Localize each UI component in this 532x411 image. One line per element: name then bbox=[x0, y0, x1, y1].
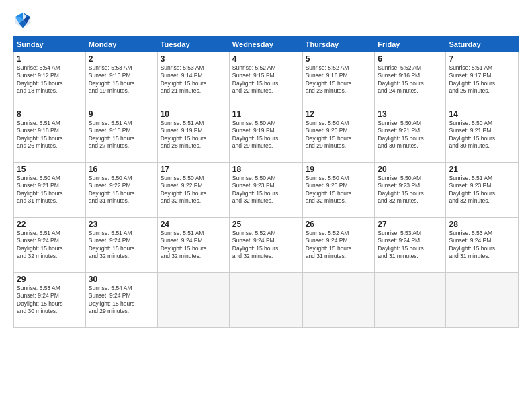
day-info: Sunrise: 5:53 AMSunset: 9:13 PMDaylight:… bbox=[89, 64, 154, 95]
calendar-cell bbox=[229, 273, 302, 328]
day-number: 21 bbox=[449, 165, 515, 174]
day-number: 25 bbox=[232, 220, 300, 229]
day-number: 2 bbox=[89, 54, 154, 64]
calendar-week-row: 1Sunrise: 5:54 AMSunset: 9:12 PMDaylight… bbox=[14, 52, 519, 107]
day-info: Sunrise: 5:51 AMSunset: 9:19 PMDaylight:… bbox=[161, 120, 226, 150]
calendar-week-row: 15Sunrise: 5:50 AMSunset: 9:21 PMDayligh… bbox=[14, 163, 519, 218]
calendar-cell: 28Sunrise: 5:53 AMSunset: 9:24 PMDayligh… bbox=[446, 218, 519, 273]
col-wednesday: Wednesday bbox=[229, 37, 302, 52]
calendar-cell: 24Sunrise: 5:51 AMSunset: 9:24 PMDayligh… bbox=[157, 218, 229, 273]
day-number: 8 bbox=[17, 109, 83, 119]
day-info: Sunrise: 5:54 AMSunset: 9:12 PMDaylight:… bbox=[17, 64, 83, 95]
calendar-week-row: 29Sunrise: 5:53 AMSunset: 9:24 PMDayligh… bbox=[14, 273, 519, 328]
calendar-cell bbox=[375, 273, 446, 328]
day-info: Sunrise: 5:50 AMSunset: 9:23 PMDaylight:… bbox=[306, 175, 372, 205]
calendar-cell: 22Sunrise: 5:51 AMSunset: 9:24 PMDayligh… bbox=[14, 218, 86, 273]
page: Sunday Monday Tuesday Wednesday Thursday… bbox=[0, 0, 532, 411]
calendar-cell: 8Sunrise: 5:51 AMSunset: 9:18 PMDaylight… bbox=[14, 107, 86, 163]
calendar-cell: 27Sunrise: 5:53 AMSunset: 9:24 PMDayligh… bbox=[375, 218, 446, 273]
calendar-cell: 11Sunrise: 5:50 AMSunset: 9:19 PMDayligh… bbox=[229, 107, 302, 163]
calendar-cell: 30Sunrise: 5:54 AMSunset: 9:24 PMDayligh… bbox=[85, 273, 157, 328]
day-number: 20 bbox=[378, 165, 443, 174]
day-info: Sunrise: 5:50 AMSunset: 9:21 PMDaylight:… bbox=[449, 120, 515, 150]
day-number: 30 bbox=[89, 275, 154, 284]
calendar-cell: 29Sunrise: 5:53 AMSunset: 9:24 PMDayligh… bbox=[14, 273, 86, 328]
calendar-cell: 1Sunrise: 5:54 AMSunset: 9:12 PMDaylight… bbox=[14, 52, 86, 107]
day-number: 27 bbox=[378, 220, 443, 229]
calendar-cell: 13Sunrise: 5:50 AMSunset: 9:21 PMDayligh… bbox=[375, 107, 446, 163]
calendar-cell: 21Sunrise: 5:51 AMSunset: 9:23 PMDayligh… bbox=[446, 163, 519, 218]
day-number: 6 bbox=[378, 54, 443, 64]
day-number: 22 bbox=[17, 220, 83, 229]
calendar-cell: 23Sunrise: 5:51 AMSunset: 9:24 PMDayligh… bbox=[85, 218, 157, 273]
day-info: Sunrise: 5:51 AMSunset: 9:24 PMDaylight:… bbox=[89, 230, 154, 261]
calendar-cell: 9Sunrise: 5:51 AMSunset: 9:18 PMDaylight… bbox=[85, 107, 157, 163]
day-number: 10 bbox=[161, 109, 226, 119]
day-info: Sunrise: 5:51 AMSunset: 9:18 PMDaylight:… bbox=[17, 120, 83, 150]
day-number: 28 bbox=[449, 220, 515, 229]
day-info: Sunrise: 5:50 AMSunset: 9:19 PMDaylight:… bbox=[232, 120, 300, 150]
day-info: Sunrise: 5:52 AMSunset: 9:15 PMDaylight:… bbox=[232, 64, 300, 95]
logo bbox=[13, 11, 35, 30]
calendar-cell: 17Sunrise: 5:50 AMSunset: 9:22 PMDayligh… bbox=[157, 163, 229, 218]
day-info: Sunrise: 5:52 AMSunset: 9:24 PMDaylight:… bbox=[232, 230, 300, 261]
logo-icon bbox=[13, 11, 32, 30]
day-info: Sunrise: 5:53 AMSunset: 9:24 PMDaylight:… bbox=[449, 230, 515, 261]
day-info: Sunrise: 5:50 AMSunset: 9:23 PMDaylight:… bbox=[232, 175, 300, 205]
calendar-cell: 4Sunrise: 5:52 AMSunset: 9:15 PMDaylight… bbox=[229, 52, 302, 107]
day-number: 18 bbox=[232, 165, 300, 174]
header bbox=[13, 11, 519, 30]
col-friday: Friday bbox=[375, 37, 446, 52]
calendar-cell bbox=[446, 273, 519, 328]
day-number: 11 bbox=[232, 109, 300, 119]
day-info: Sunrise: 5:54 AMSunset: 9:24 PMDaylight:… bbox=[89, 285, 154, 316]
day-info: Sunrise: 5:52 AMSunset: 9:24 PMDaylight:… bbox=[306, 230, 372, 261]
col-tuesday: Tuesday bbox=[157, 37, 229, 52]
calendar-cell: 25Sunrise: 5:52 AMSunset: 9:24 PMDayligh… bbox=[229, 218, 302, 273]
calendar-week-row: 8Sunrise: 5:51 AMSunset: 9:18 PMDaylight… bbox=[14, 107, 519, 163]
day-info: Sunrise: 5:51 AMSunset: 9:24 PMDaylight:… bbox=[161, 230, 226, 261]
day-number: 29 bbox=[17, 275, 83, 284]
col-saturday: Saturday bbox=[446, 37, 519, 52]
day-number: 16 bbox=[89, 165, 154, 174]
calendar-cell: 2Sunrise: 5:53 AMSunset: 9:13 PMDaylight… bbox=[85, 52, 157, 107]
calendar-cell: 6Sunrise: 5:52 AMSunset: 9:16 PMDaylight… bbox=[375, 52, 446, 107]
day-info: Sunrise: 5:53 AMSunset: 9:24 PMDaylight:… bbox=[17, 285, 83, 316]
calendar-cell: 10Sunrise: 5:51 AMSunset: 9:19 PMDayligh… bbox=[157, 107, 229, 163]
day-number: 23 bbox=[89, 220, 154, 229]
day-info: Sunrise: 5:50 AMSunset: 9:21 PMDaylight:… bbox=[17, 175, 83, 205]
day-info: Sunrise: 5:51 AMSunset: 9:24 PMDaylight:… bbox=[17, 230, 83, 261]
day-info: Sunrise: 5:52 AMSunset: 9:16 PMDaylight:… bbox=[378, 64, 443, 95]
day-info: Sunrise: 5:51 AMSunset: 9:18 PMDaylight:… bbox=[89, 120, 154, 150]
calendar-week-row: 22Sunrise: 5:51 AMSunset: 9:24 PMDayligh… bbox=[14, 218, 519, 273]
calendar-cell: 3Sunrise: 5:53 AMSunset: 9:14 PMDaylight… bbox=[157, 52, 229, 107]
calendar-cell: 14Sunrise: 5:50 AMSunset: 9:21 PMDayligh… bbox=[446, 107, 519, 163]
day-number: 7 bbox=[449, 54, 515, 64]
day-number: 4 bbox=[232, 54, 300, 64]
calendar-header-row: Sunday Monday Tuesday Wednesday Thursday… bbox=[14, 37, 519, 52]
day-info: Sunrise: 5:51 AMSunset: 9:23 PMDaylight:… bbox=[449, 175, 515, 205]
day-number: 12 bbox=[306, 109, 372, 119]
day-number: 9 bbox=[89, 109, 154, 119]
calendar-cell: 26Sunrise: 5:52 AMSunset: 9:24 PMDayligh… bbox=[302, 218, 375, 273]
day-number: 14 bbox=[449, 109, 515, 119]
day-info: Sunrise: 5:50 AMSunset: 9:21 PMDaylight:… bbox=[378, 120, 443, 150]
day-number: 1 bbox=[17, 54, 83, 64]
day-number: 19 bbox=[306, 165, 372, 174]
calendar-table: Sunday Monday Tuesday Wednesday Thursday… bbox=[13, 36, 519, 328]
calendar-cell: 15Sunrise: 5:50 AMSunset: 9:21 PMDayligh… bbox=[14, 163, 86, 218]
day-info: Sunrise: 5:50 AMSunset: 9:22 PMDaylight:… bbox=[89, 175, 154, 205]
day-number: 24 bbox=[161, 220, 226, 229]
day-info: Sunrise: 5:51 AMSunset: 9:17 PMDaylight:… bbox=[449, 64, 515, 95]
day-number: 13 bbox=[378, 109, 443, 119]
day-number: 15 bbox=[17, 165, 83, 174]
day-info: Sunrise: 5:52 AMSunset: 9:16 PMDaylight:… bbox=[306, 64, 372, 95]
calendar-cell: 12Sunrise: 5:50 AMSunset: 9:20 PMDayligh… bbox=[302, 107, 375, 163]
col-monday: Monday bbox=[85, 37, 157, 52]
day-info: Sunrise: 5:53 AMSunset: 9:14 PMDaylight:… bbox=[161, 64, 226, 95]
calendar-cell: 19Sunrise: 5:50 AMSunset: 9:23 PMDayligh… bbox=[302, 163, 375, 218]
calendar-cell: 7Sunrise: 5:51 AMSunset: 9:17 PMDaylight… bbox=[446, 52, 519, 107]
calendar-cell: 18Sunrise: 5:50 AMSunset: 9:23 PMDayligh… bbox=[229, 163, 302, 218]
day-number: 3 bbox=[161, 54, 226, 64]
day-number: 5 bbox=[306, 54, 372, 64]
